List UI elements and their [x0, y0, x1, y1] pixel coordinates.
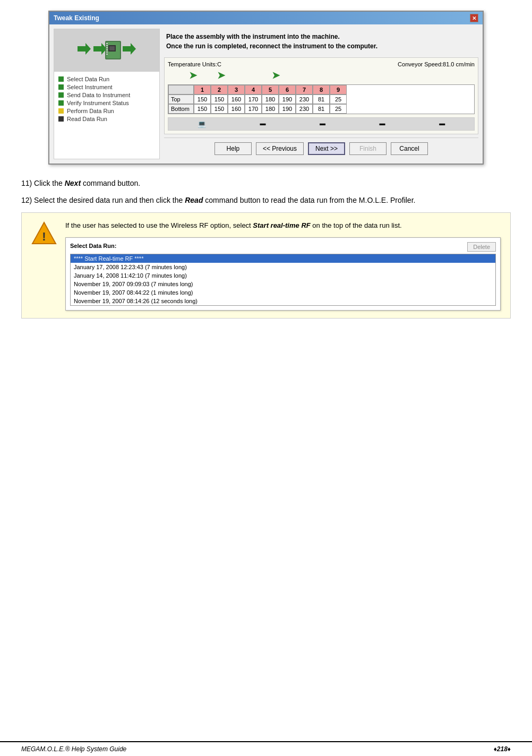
note-text-after: on the top of the data run list.	[311, 221, 402, 229]
zone-col-8: 8	[313, 85, 330, 94]
arrow-1-icon: ➤	[189, 70, 197, 81]
dialog-title: Tweak Existing	[54, 14, 99, 22]
note-text-main: If the user has selected to use the Wire…	[65, 220, 501, 231]
sdr-list-item-5[interactable]: November 19, 2007 08:14:26 (12 seconds l…	[71, 297, 495, 305]
sdr-list-item-2[interactable]: January 14, 2008 11:42:10 (7 minutes lon…	[71, 271, 495, 280]
note-box: ! If the user has selected to use the Wi…	[21, 212, 511, 319]
step-item-0: Select Data Run	[58, 76, 155, 82]
top-9: 25	[330, 94, 347, 104]
svg-marker-1	[93, 43, 107, 55]
sdr-list-item-0[interactable]: **** Start Real-time RF ****	[71, 254, 495, 263]
zone-col-5: 5	[262, 85, 279, 94]
warning-icon: !	[31, 220, 57, 246]
step-dot-2	[58, 92, 64, 98]
step-11-bold: Next	[65, 179, 81, 187]
bot-3: 160	[228, 104, 245, 114]
instruction-line1: Place the assembly with the instrument i…	[166, 33, 340, 40]
bot-8: 81	[313, 104, 330, 114]
dialog-close-button[interactable]: ✕	[470, 14, 478, 22]
sdr-list-item-1[interactable]: January 17, 2008 12:23:43 (7 minutes lon…	[71, 263, 495, 271]
step-11-number: 11) Click the	[21, 179, 65, 187]
temp-units-label: Temperature Units:C	[168, 61, 221, 67]
zones-bottom-row: Bottom 150 150 160 170 180 190 230 81 25	[168, 104, 474, 114]
zone-col-6: 6	[279, 85, 296, 94]
tweak-existing-dialog: Tweak Existing ✕	[48, 11, 484, 165]
top-6: 190	[279, 94, 296, 104]
bot-9: 25	[330, 104, 347, 114]
step-dot-4	[58, 108, 64, 114]
pcb-image-area	[54, 29, 159, 72]
zones-table: 1 2 3 4 5 6 7 8 9	[168, 84, 475, 114]
top-1: 150	[194, 94, 211, 104]
step-12-after: command button to read the data run from…	[203, 196, 415, 204]
bot-1: 150	[194, 104, 211, 114]
step-dot-1	[58, 84, 64, 90]
sdr-list-item-4[interactable]: November 19, 2007 08:44:22 (1 minutes lo…	[71, 288, 495, 297]
footer-right-text: ♦218♦	[494, 745, 511, 753]
sdr-delete-button[interactable]: Delete	[467, 242, 496, 252]
step-dot-5	[58, 116, 64, 122]
svg-marker-0	[78, 43, 91, 55]
zone-col-1: 1	[194, 85, 211, 94]
zone-col-empty	[168, 85, 194, 94]
top-3: 160	[228, 94, 245, 104]
previous-button[interactable]: << Previous	[256, 142, 304, 155]
help-button[interactable]: Help	[214, 142, 252, 155]
finish-button[interactable]: Finish	[349, 142, 387, 155]
top-8: 81	[313, 94, 330, 104]
svg-text:!: !	[42, 230, 46, 243]
svg-rect-10	[106, 49, 108, 50]
zone-col-7: 7	[296, 85, 313, 94]
page-container: Tweak Existing ✕	[0, 0, 532, 756]
select-data-run-screenshot: Select Data Run: Delete **** Start Real-…	[65, 237, 501, 311]
control-4: ▬	[439, 120, 445, 128]
top-4: 170	[245, 94, 262, 104]
instruction-line2: Once the run is completed, reconnect the…	[166, 42, 377, 50]
step-item-1: Select Instrument	[58, 84, 155, 90]
step-label-1: Select Instrument	[67, 84, 113, 90]
step-dot-3	[58, 100, 64, 106]
step-11: 11) Click the Next command button.	[21, 177, 511, 190]
cancel-button[interactable]: Cancel	[391, 142, 428, 155]
dialog-body: Select Data RunSelect InstrumentSend Dat…	[49, 24, 483, 164]
row-label-bottom: Bottom	[168, 104, 194, 114]
dialog-buttons: Help << Previous Next >> Finish Cancel	[164, 138, 478, 159]
svg-rect-8	[106, 45, 108, 46]
zone-col-9: 9	[330, 85, 347, 94]
step-label-4: Perform Data Run	[67, 108, 114, 114]
conveyor-speed-label: Conveyor Speed:81.0 cm/min	[398, 61, 475, 67]
bot-2: 150	[211, 104, 228, 114]
instruction-text: Place the assembly with the instrument i…	[164, 29, 478, 54]
dialog-titlebar: Tweak Existing ✕	[49, 12, 483, 24]
note-bold-text: Start real-time RF	[253, 221, 310, 229]
top-7: 230	[296, 94, 313, 104]
step-item-4: Perform Data Run	[58, 108, 155, 114]
bot-4: 170	[245, 104, 262, 114]
oven-diagram: Temperature Units:C Conveyor Speed:81.0 …	[164, 57, 478, 134]
step-label-2: Send Data to Instrument	[67, 92, 130, 98]
note-text-area: If the user has selected to use the Wire…	[65, 220, 501, 311]
main-content: Tweak Existing ✕	[0, 0, 532, 741]
bot-6: 190	[279, 104, 296, 114]
svg-rect-12	[106, 54, 108, 55]
step-label-5: Read Data Run	[67, 116, 107, 122]
svg-rect-7	[106, 43, 108, 44]
top-2: 150	[211, 94, 228, 104]
sdr-list-item-3[interactable]: November 19, 2007 09:09:03 (7 minutes lo…	[71, 280, 495, 288]
svg-marker-2	[123, 43, 136, 55]
flow-arrows: ➤ ➤ ➤	[168, 70, 475, 81]
pcb-svg-icon	[78, 36, 136, 65]
svg-rect-9	[106, 47, 108, 48]
temp-info: Temperature Units:C Conveyor Speed:81.0 …	[168, 61, 475, 67]
oven-bottom-controls: 💻 ▬ ▬ ▬ ▬	[168, 117, 475, 131]
step-label-0: Select Data Run	[67, 76, 109, 82]
zones-top-row: Top 150 150 160 170 180 190 230 81 25	[168, 94, 474, 104]
arrow-3-icon: ➤	[272, 70, 280, 81]
zone-col-2: 2	[211, 85, 228, 94]
bot-5: 180	[262, 104, 279, 114]
step-12-number: 12) Select the desired data run and then…	[21, 196, 185, 204]
bot-7: 230	[296, 104, 313, 114]
sdr-label: Select Data Run:	[70, 243, 116, 249]
footer-left-text: MEGAM.O.L.E.® Help System Guide	[21, 745, 126, 753]
next-button[interactable]: Next >>	[308, 142, 345, 155]
